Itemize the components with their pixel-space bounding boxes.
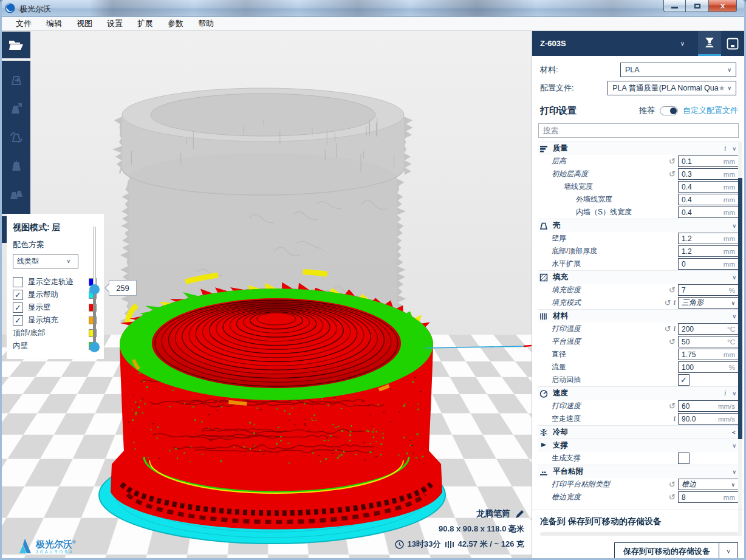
setting-input[interactable]: 1.2mm	[678, 245, 739, 257]
model-name: 龙腾笔筒	[476, 508, 510, 519]
info-icon[interactable]: i	[674, 298, 676, 307]
reset-value-icon[interactable]: ↺	[669, 339, 676, 345]
reset-value-icon[interactable]: ↺	[669, 171, 676, 177]
save-to-removable-button[interactable]: 保存到可移动的存储设备	[614, 542, 719, 560]
settings-scrollbar[interactable]	[738, 142, 742, 536]
setting-label: 层高	[552, 156, 566, 166]
setting-select[interactable]: 檐边∨	[678, 479, 739, 490]
setting-label: 底部/顶部厚度	[552, 246, 597, 256]
section-header-adhesion[interactable]: 平台粘附∨	[538, 465, 740, 478]
legend-checkbox[interactable]	[13, 277, 23, 287]
slider-track-selected[interactable]	[93, 287, 96, 347]
viewport-3d[interactable]: ∨ 视图模式: 层 配色方案 线类型 ∨ 显示空走轨迹✓显示帮助✓显示壁✓显示填…	[2, 31, 532, 558]
reset-value-icon[interactable]: ↺	[669, 287, 676, 293]
setting-checkbox[interactable]: ✓	[678, 374, 690, 386]
setting-input[interactable]: 100%	[678, 361, 739, 373]
slider-track-upper[interactable]	[93, 227, 96, 289]
setting-label: 空走速度	[552, 414, 581, 424]
section-header-cooling[interactable]: 冷却∨	[538, 425, 740, 439]
title-bar[interactable]: 极光尔沃 x	[0, 0, 746, 17]
slider-handle-top[interactable]	[89, 284, 100, 295]
per-model-settings-icon[interactable]	[6, 184, 27, 205]
slider-handle-bottom[interactable]	[89, 342, 100, 352]
menu-item-5[interactable]: 参数	[160, 16, 191, 31]
scale-tool-icon[interactable]	[6, 98, 27, 119]
tab-slice-view[interactable]	[698, 31, 721, 56]
setting-input[interactable]: 8mm	[678, 491, 739, 503]
printer-header: Z-603S ∨	[532, 31, 744, 56]
color-scheme-select[interactable]: 线类型 ∨	[13, 254, 78, 268]
section-header-layers[interactable]: 质量i∨	[538, 142, 740, 155]
section-header-shell[interactable]: 壳∨	[538, 219, 740, 232]
legend-checkbox[interactable]: ✓	[13, 315, 23, 326]
setting-input[interactable]: 7%	[678, 284, 739, 296]
printer-chevron-icon[interactable]: ∨	[680, 40, 685, 47]
infill-icon	[539, 273, 549, 282]
reset-value-icon[interactable]: ↺	[665, 326, 671, 332]
setting-input[interactable]: 0.3mm	[678, 168, 739, 180]
setting-input[interactable]: 60mm/s	[678, 400, 739, 412]
material-select[interactable]: PLA ∨	[620, 63, 736, 77]
setting-input[interactable]: 50°C	[678, 336, 739, 347]
close-button[interactable]: x	[709, 0, 737, 12]
printer-name[interactable]: Z-603S	[540, 39, 680, 48]
setting-label: 初始层高度	[552, 169, 588, 179]
setting-input[interactable]: 0.1mm	[678, 155, 739, 167]
chevron-down-icon: ∨	[732, 443, 736, 449]
legend-checkbox[interactable]: ✓	[13, 290, 23, 300]
section-header-support[interactable]: 支撑∨	[538, 439, 740, 452]
setting-input[interactable]: 1.2mm	[678, 233, 739, 244]
layer-range-slider[interactable]	[91, 227, 99, 358]
setting-input[interactable]: 0.4mm	[678, 194, 739, 205]
setting-input[interactable]: 0.4mm	[678, 207, 739, 218]
setting-row: 壁厚1.2mm	[538, 232, 740, 245]
reset-value-icon[interactable]: ↺	[669, 403, 676, 409]
move-tool-icon[interactable]	[6, 70, 27, 90]
custom-profile-link[interactable]: 自定义配置文件	[683, 105, 738, 116]
legend-checkbox[interactable]: ✓	[13, 302, 23, 313]
info-icon[interactable]: i	[724, 389, 726, 398]
info-icon[interactable]: i	[674, 324, 676, 333]
setting-unit: mm	[724, 209, 735, 216]
section-header-infill[interactable]: 填充∨	[538, 270, 740, 284]
setting-value: 1.75	[682, 350, 724, 359]
tab-prepare-view[interactable]	[721, 31, 744, 56]
open-file-button[interactable]	[6, 35, 27, 55]
reset-value-icon[interactable]: ↺	[669, 482, 676, 488]
menu-item-2[interactable]: 视图	[69, 16, 100, 31]
menu-item-4[interactable]: 扩展	[130, 16, 160, 31]
setting-value: 60	[682, 402, 718, 411]
setting-input[interactable]: 200°C	[678, 323, 739, 335]
scrollbar-thumb[interactable]	[738, 178, 742, 439]
brand-watermark: 极光尔沃® JGAURORA	[18, 538, 76, 555]
recommended-custom-toggle[interactable]	[660, 106, 678, 115]
info-icon[interactable]: i	[674, 414, 676, 423]
menu-item-6[interactable]: 帮助	[191, 16, 221, 31]
rotate-tool-icon[interactable]	[6, 127, 27, 148]
menu-item-3[interactable]: 设置	[100, 16, 130, 31]
info-icon[interactable]: i	[724, 144, 726, 153]
save-options-dropdown[interactable]: ∨	[719, 542, 738, 560]
section-title: 壳	[553, 220, 732, 231]
setting-input[interactable]: 1.75mm	[678, 349, 739, 360]
mirror-tool-icon[interactable]	[6, 155, 27, 176]
setting-input[interactable]: 0.4mm	[678, 181, 739, 193]
maximize-button[interactable]	[686, 0, 709, 12]
menu-item-1[interactable]: 编辑	[39, 16, 69, 31]
setting-checkbox[interactable]	[678, 452, 690, 464]
reset-value-icon[interactable]: ↺	[669, 494, 676, 500]
section-header-material[interactable]: 材料∨	[538, 309, 740, 323]
minimize-button[interactable]	[663, 0, 686, 12]
menu-item-0[interactable]: 文件	[9, 16, 39, 31]
setting-row: 内墙（S）线宽度0.4mm	[538, 206, 740, 219]
setting-input[interactable]: 0mm	[678, 258, 739, 270]
setting-value: 0.4	[682, 183, 724, 191]
rename-pencil-icon[interactable]	[515, 510, 524, 519]
setting-select[interactable]: 三角形∨	[678, 297, 739, 309]
section-header-speed[interactable]: 速度i∨	[538, 386, 740, 400]
reset-value-icon[interactable]: ↺	[665, 300, 671, 306]
profile-select[interactable]: PLA 普通质量(PLA Normal Qua ★ ∨	[607, 81, 736, 95]
setting-input[interactable]: 90.0mm/s	[678, 413, 739, 425]
reset-value-icon[interactable]: ↺	[669, 159, 676, 165]
search-input[interactable]: 搜索	[538, 123, 739, 138]
